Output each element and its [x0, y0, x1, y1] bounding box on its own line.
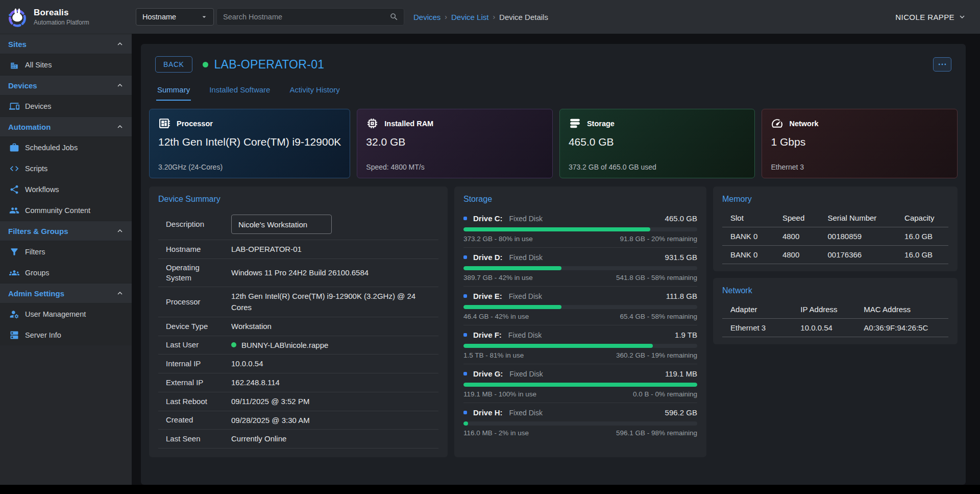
drive-usage-fill	[463, 227, 650, 231]
drive-name: Drive G:	[473, 369, 503, 378]
memory-cell: 4800	[774, 227, 820, 246]
user-menu[interactable]: NICOLE RAPPE	[895, 12, 967, 21]
network-panel: Network AdapterIP AddressMAC AddressEthe…	[713, 278, 958, 344]
drive-stats: 119.1 MB - 100% in use0.0 B - 0% remaini…	[463, 390, 697, 398]
stat-card-value: 12th Gen Intel(R) Core(TM) i9-12900K	[158, 136, 341, 148]
caret-down-icon	[200, 13, 208, 21]
user-online-dot	[231, 342, 236, 347]
summary-row-label: Last Seen	[166, 434, 231, 444]
drive-name: Drive C:	[473, 214, 503, 223]
sidebar-item-community-content[interactable]: Community Content	[0, 200, 132, 221]
drive-size: 465.0 GB	[665, 214, 697, 223]
hostname-filter-select[interactable]: Hostname	[136, 8, 214, 26]
sidebar-item-all-sites[interactable]: All Sites	[0, 54, 132, 75]
drive-usage-bar	[463, 344, 697, 348]
search-icon[interactable]	[389, 12, 399, 21]
summary-row-value: Windows 11 Pro 24H2 Build 26100.6584	[231, 267, 436, 278]
sidebar-nav: SitesAll SitesDevicesDevicesAutomationSc…	[0, 34, 132, 345]
memory-cell: 16.0 GB	[896, 246, 948, 264]
sidebar-item-user-management[interactable]: User Management	[0, 303, 132, 324]
sidebar-section-admin-settings[interactable]: Admin Settings	[0, 283, 132, 303]
sidebar-item-filters[interactable]: Filters	[0, 241, 132, 262]
summary-row-processor: Processor12th Gen Intel(R) Core(TM) i9-1…	[158, 287, 438, 317]
drive-header: Drive E:Fixed Disk111.8 GB	[463, 292, 697, 300]
brand-name: Borealis	[34, 8, 89, 18]
sidebar-item-scripts[interactable]: Scripts	[0, 158, 132, 179]
back-button[interactable]: BACK	[155, 56, 192, 73]
app-root: Borealis Automation Platform SitesAll Si…	[0, 0, 980, 485]
memory-panel: Memory SlotSpeedSerial NumberCapacityBAN…	[713, 186, 958, 271]
memory-cell: 16.0 GB	[896, 227, 948, 246]
tab-installed-software[interactable]: Installed Software	[208, 81, 271, 101]
drive-item-drive-g-: Drive G:Fixed Disk119.1 MB119.1 MB - 100…	[463, 364, 697, 403]
device-title: LAB-OPERATOR-01	[214, 58, 325, 72]
sidebar-item-server-info[interactable]: Server Info	[0, 324, 132, 345]
drive-stats: 116.0 MB - 2% in use596.1 GB - 98% remai…	[463, 429, 697, 437]
drive-size: 119.1 MB	[665, 369, 697, 378]
memory-header: Capacity	[896, 209, 948, 227]
stat-card-processor: Processor12th Gen Intel(R) Core(TM) i9-1…	[149, 109, 350, 178]
more-actions-button[interactable]	[933, 57, 951, 72]
stat-card-header: Network	[771, 117, 948, 130]
content-backdrop: BACK LAB-OPERATOR-01 SummaryInstalled So…	[132, 34, 980, 485]
summary-value-text: 162.248.8.114	[231, 377, 280, 388]
summary-row-external-ip: External IP162.248.8.114	[158, 373, 438, 392]
breadcrumb-devices[interactable]: Devices	[413, 13, 440, 21]
chevron-up-icon	[115, 226, 125, 236]
sidebar-item-label: Workflows	[25, 185, 59, 194]
tab-summary[interactable]: Summary	[156, 81, 191, 101]
sidebar-section-automation[interactable]: Automation	[0, 116, 132, 137]
drive-name: Drive F:	[473, 331, 502, 339]
drive-header: Drive F:Fixed Disk1.9 TB	[463, 331, 697, 339]
search-box	[216, 8, 404, 26]
drive-size: 596.2 GB	[665, 408, 697, 417]
device-summary-title: Device Summary	[158, 195, 438, 204]
summary-row-value: LAB-OPERATOR-01	[231, 244, 436, 255]
drive-type: Fixed Disk	[509, 292, 542, 300]
drive-header: Drive D:Fixed Disk931.5 GB	[463, 253, 697, 262]
sidebar-section-filters-groups[interactable]: Filters & Groups	[0, 221, 132, 241]
sidebar: Borealis Automation Platform SitesAll Si…	[0, 0, 132, 485]
drive-name: Drive E:	[473, 292, 502, 300]
drive-usage-fill	[463, 421, 468, 426]
sidebar-section-devices[interactable]: Devices	[0, 75, 132, 96]
breadcrumb: Devices›Device List›Device Details	[413, 13, 548, 21]
sidebar-item-workflows[interactable]: Workflows	[0, 179, 132, 200]
chevron-up-icon	[115, 39, 125, 49]
drive-used-label: 119.1 MB - 100% in use	[463, 390, 536, 398]
summary-row-label: Description	[166, 219, 231, 229]
sidebar-item-label: All Sites	[25, 61, 52, 69]
tab-activity-history[interactable]: Activity History	[288, 81, 340, 101]
drive-type: Fixed Disk	[508, 331, 542, 339]
summary-value-text: 09/28/2025 @ 3:30 AM	[231, 415, 310, 426]
description-field[interactable]	[231, 215, 332, 234]
sidebar-section-sites[interactable]: Sites	[0, 34, 132, 54]
sidebar-item-scheduled-jobs[interactable]: Scheduled Jobs	[0, 137, 132, 158]
summary-value-text: 09/11/2025 @ 3:52 PM	[231, 396, 309, 407]
network-title: Network	[722, 286, 948, 295]
breadcrumb-device-details: Device Details	[499, 13, 548, 21]
summary-row-value: Workstation	[231, 321, 436, 332]
groups-icon	[9, 268, 19, 278]
drive-remaining-label: 596.1 GB - 98% remaining	[616, 429, 697, 437]
stat-card-subtitle: 3.20GHz (24-Cores)	[158, 163, 341, 171]
sidebar-item-label: Scheduled Jobs	[25, 144, 78, 152]
device-summary-panel: Device Summary DescriptionHostnameLAB-OP…	[149, 186, 448, 457]
network-row: Ethernet 310.0.0.54A0:36:9F:94:26:5C	[722, 319, 948, 337]
summary-row-last-seen: Last SeenCurrently Online	[158, 430, 438, 449]
sidebar-item-groups[interactable]: Groups	[0, 262, 132, 283]
drive-usage-bar	[463, 305, 697, 309]
drive-stats: 1.5 TB - 81% in use360.2 GB - 19% remain…	[463, 351, 697, 359]
breadcrumb-device-list[interactable]: Device List	[451, 13, 488, 21]
sidebar-item-devices[interactable]: Devices	[0, 96, 132, 116]
sidebar-item-label: Server Info	[25, 331, 61, 339]
memory-cell: 00176366	[819, 246, 896, 264]
memory-row: BANK 048000017636616.0 GB	[722, 246, 948, 264]
stat-card-label: Storage	[587, 120, 615, 128]
memory-cell: BANK 0	[722, 227, 774, 246]
search-input[interactable]	[218, 13, 389, 21]
drive-remaining-label: 91.8 GB - 20% remaining	[620, 235, 697, 243]
stat-card-value: 1 Gbps	[771, 136, 948, 148]
sidebar-item-label: Devices	[25, 102, 52, 110]
briefcase-icon	[9, 143, 19, 153]
